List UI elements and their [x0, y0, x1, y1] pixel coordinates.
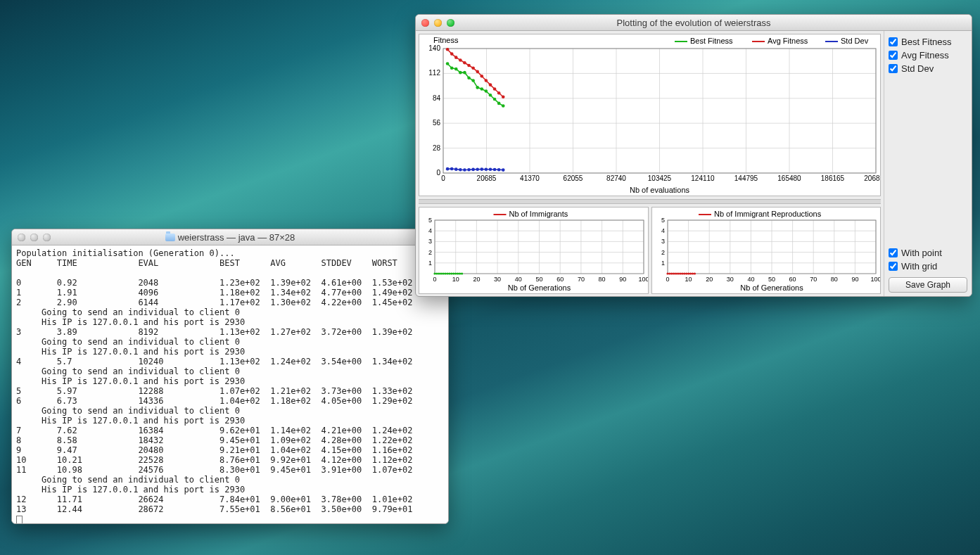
svg-text:3: 3: [428, 238, 432, 245]
svg-point-127: [452, 272, 454, 274]
svg-text:82740: 82740: [606, 174, 626, 182]
svg-text:1: 1: [428, 260, 432, 267]
terminal-window: weierstrass — java — 87×28 Population in…: [11, 229, 449, 524]
svg-point-118: [433, 272, 435, 274]
svg-point-123: [444, 272, 446, 274]
fitness-chart: 0206854137062055827401034251241101447951…: [419, 34, 881, 196]
svg-point-57: [481, 75, 484, 78]
svg-point-170: [670, 272, 673, 274]
svg-point-171: [673, 272, 675, 274]
plot-titlebar[interactable]: Plotting of the evolution of weierstrass: [416, 15, 972, 31]
zoom-icon[interactable]: [447, 19, 454, 27]
checkbox-avg-fitness[interactable]: Avg Fitness: [889, 50, 967, 60]
svg-point-126: [450, 272, 452, 274]
save-graph-button[interactable]: Save Graph: [889, 277, 967, 293]
terminal-titlebar[interactable]: weierstrass — java — 87×28: [12, 229, 448, 245]
svg-point-119: [435, 272, 438, 274]
minimize-icon[interactable]: [30, 234, 38, 241]
svg-point-63: [446, 167, 450, 171]
svg-point-64: [450, 167, 454, 171]
svg-point-128: [454, 272, 457, 274]
svg-point-179: [689, 272, 692, 274]
svg-text:0: 0: [436, 169, 440, 177]
svg-text:2: 2: [661, 249, 665, 256]
immigrants-chart: 010203040506070809010012345Nb of Immigra…: [419, 207, 649, 294]
close-icon[interactable]: [421, 19, 429, 27]
svg-text:Best Fitness: Best Fitness: [690, 37, 733, 45]
svg-text:Nb of Generations: Nb of Generations: [508, 283, 571, 292]
reproductions-chart: 010203040506070809010012345Nb of Immigra…: [651, 207, 881, 294]
svg-point-61: [497, 91, 501, 95]
checkbox-with-grid[interactable]: With grid: [889, 261, 967, 272]
svg-point-58: [485, 79, 488, 82]
svg-point-67: [463, 168, 466, 172]
svg-text:Avg Fitness: Avg Fitness: [768, 37, 808, 45]
svg-text:100: 100: [638, 276, 648, 283]
svg-point-38: [459, 71, 462, 75]
svg-point-40: [467, 76, 471, 79]
svg-point-181: [694, 272, 696, 274]
svg-text:10: 10: [685, 276, 692, 283]
svg-text:20685: 20685: [477, 174, 497, 182]
svg-point-74: [493, 168, 497, 172]
svg-text:2: 2: [428, 249, 432, 256]
svg-text:Nb of Immigrant Reproductions: Nb of Immigrant Reproductions: [714, 210, 822, 218]
svg-point-41: [471, 79, 475, 82]
svg-text:40: 40: [515, 276, 522, 283]
svg-text:144795: 144795: [734, 174, 758, 182]
svg-text:4: 4: [428, 227, 432, 234]
checkbox-with-point[interactable]: With point: [889, 248, 967, 258]
side-panel: Best Fitness Avg Fitness Std Dev With po…: [884, 31, 972, 297]
svg-text:40: 40: [747, 276, 754, 283]
svg-text:0: 0: [433, 276, 436, 283]
svg-text:103425: 103425: [648, 174, 672, 182]
svg-text:10: 10: [452, 276, 459, 283]
svg-point-44: [485, 89, 488, 93]
svg-point-180: [692, 272, 694, 274]
svg-text:0: 0: [666, 276, 669, 283]
svg-point-131: [461, 272, 463, 274]
folder-icon: [165, 234, 175, 241]
svg-point-68: [467, 168, 471, 172]
close-icon[interactable]: [18, 234, 25, 241]
svg-text:124110: 124110: [691, 174, 715, 182]
svg-point-52: [459, 58, 462, 62]
svg-point-69: [471, 168, 475, 172]
svg-point-51: [454, 56, 458, 59]
svg-text:100: 100: [870, 276, 880, 283]
svg-point-54: [467, 64, 471, 68]
svg-point-46: [493, 98, 497, 101]
svg-point-129: [457, 272, 459, 274]
svg-text:28: 28: [433, 144, 441, 152]
zoom-icon[interactable]: [43, 234, 51, 241]
svg-point-76: [502, 168, 505, 172]
svg-text:60: 60: [789, 276, 796, 283]
svg-text:0: 0: [441, 174, 445, 182]
svg-text:90: 90: [851, 276, 858, 283]
splitter-handle[interactable]: [419, 199, 881, 204]
svg-point-173: [677, 272, 679, 274]
checkbox-best-fitness[interactable]: Best Fitness: [889, 37, 967, 47]
svg-text:50: 50: [535, 276, 542, 283]
minimize-icon[interactable]: [434, 19, 442, 27]
svg-text:Std Dev: Std Dev: [841, 37, 869, 45]
svg-point-43: [481, 87, 484, 91]
checkbox-std-dev[interactable]: Std Dev: [889, 63, 967, 74]
svg-text:Nb of evaluations: Nb of evaluations: [630, 186, 689, 194]
svg-text:5: 5: [661, 217, 665, 224]
svg-point-45: [489, 94, 492, 97]
svg-text:5: 5: [428, 217, 432, 224]
svg-point-174: [679, 272, 681, 274]
svg-point-49: [446, 48, 450, 51]
svg-text:60: 60: [556, 276, 564, 283]
svg-text:20: 20: [473, 276, 480, 283]
svg-text:4: 4: [661, 227, 665, 234]
svg-point-36: [450, 67, 454, 70]
svg-text:90: 90: [619, 276, 626, 283]
svg-point-71: [481, 167, 484, 171]
svg-text:30: 30: [727, 276, 734, 283]
terminal-output[interactable]: Population initialisation (Generation 0)…: [12, 245, 448, 524]
svg-point-177: [685, 272, 687, 274]
svg-point-48: [502, 104, 505, 108]
svg-text:140: 140: [428, 44, 440, 52]
